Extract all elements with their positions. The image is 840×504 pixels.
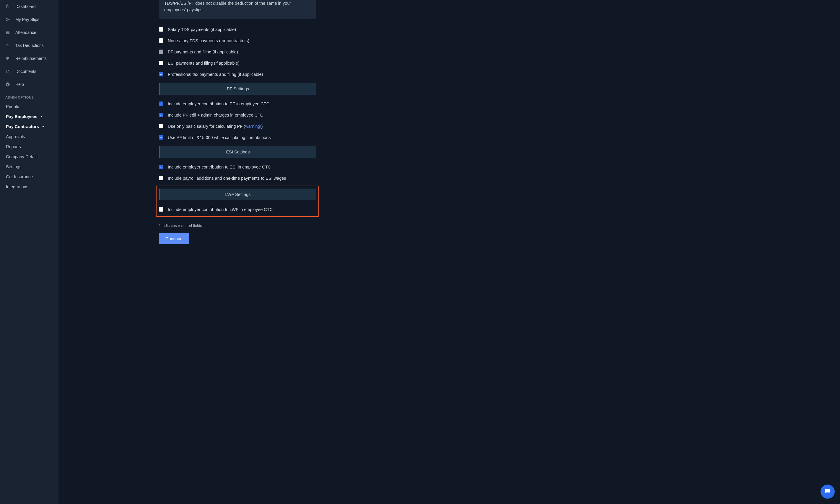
checkbox-pf-edli: Include PF edli + admin charges in emplo… [159,109,316,121]
tag-icon [5,56,10,61]
sidebar-item-label: Dashboard [15,4,36,9]
main-content: TDS/PF/ESI/PT does not disable the deduc… [58,0,420,252]
checkbox-input[interactable] [159,124,163,128]
sidebar-item-dashboard[interactable]: Dashboard [0,0,58,13]
checkbox-label: Salary TDS payments (if applicable) [168,27,316,32]
checkbox-input[interactable] [159,50,163,54]
sidebar-admin-label: Company Details [6,154,38,159]
checkbox-label: Include employer contribution to LWF in … [168,207,316,212]
notice-text: TDS/PF/ESI/PT does not disable the deduc… [164,1,291,12]
document-icon [5,69,10,74]
esi-settings-header: ESI Settings [159,146,316,158]
sidebar: Dashboard My Pay Slips Attendance Tax De… [0,0,58,252]
checkbox-pt-payments: Professional tax payments and filing (if… [159,69,316,80]
checkbox-label: PF payments and filing (if applicable) [168,50,316,54]
checkbox-input[interactable] [159,176,163,180]
sidebar-item-label: Help [15,82,24,87]
checkbox-input[interactable] [159,135,163,140]
sidebar-item-label: Attendance [15,30,36,35]
checkbox-label: Use only basic salary for calculating PF… [168,124,316,129]
sidebar-admin-label: Pay Employees [6,114,37,119]
sidebar-admin-approvals[interactable]: Approvals [0,132,58,142]
chevron-down-icon [39,115,43,118]
checkbox-pf-limit: Use PF limit of ₹15,000 while calculatin… [159,132,316,143]
sidebar-admin-label: Settings [6,164,21,169]
checkbox-nonsalary-tds: Non-salary TDS payments (for contractors… [159,35,316,46]
sidebar-item-label: Documents [15,69,36,74]
checkbox-esi-payments: ESI payments and filing (if applicable) [159,57,316,69]
sidebar-item-payslips[interactable]: My Pay Slips [0,13,58,26]
checkbox-input[interactable] [159,27,163,32]
checkbox-label: Professional tax payments and filing (if… [168,72,316,77]
checkbox-input[interactable] [159,102,163,106]
continue-button[interactable]: Continue [159,233,189,244]
sidebar-admin-label: Approvals [6,134,25,139]
clipboard-icon [5,4,10,9]
sidebar-admin-integrations[interactable]: Integrations [0,182,58,192]
checkbox-salary-tds: Salary TDS payments (if applicable) [159,24,316,35]
sidebar-admin-pay-contractors[interactable]: Pay Contractors [0,122,58,132]
checkbox-input[interactable] [159,113,163,117]
sidebar-admin-label: Integrations [6,184,28,189]
notice-box: TDS/PF/ESI/PT does not disable the deduc… [159,0,316,19]
plus-minus-icon [5,43,10,48]
sidebar-item-documents[interactable]: Documents [0,65,58,78]
checkbox-lwf-employer-ctc: Include employer contribution to LWF in … [159,204,316,215]
lwf-settings-header: LWF Settings [159,188,316,200]
sidebar-item-label: My Pay Slips [15,17,39,22]
check-box-icon [5,30,10,35]
checkbox-pf-employer-ctc: Include employer contribution to PF in e… [159,98,316,109]
lwf-highlight-box: LWF Settings Include employer contributi… [156,186,319,217]
checkbox-esi-additions: Include payroll additions and one-time p… [159,173,316,184]
checkbox-label: Include employer contribution to ESI in … [168,165,316,169]
sidebar-admin-reports[interactable]: Reports [0,142,58,152]
sidebar-admin-get-insurance[interactable]: Get Insurance [0,172,58,182]
checkbox-input[interactable] [159,61,163,65]
warning-link[interactable]: warning! [245,124,261,129]
checkbox-pf-payments: PF payments and filing (if applicable) [159,46,316,57]
chevron-down-icon [41,125,45,128]
sidebar-admin-company-details[interactable]: Company Details [0,152,58,162]
checkbox-input[interactable] [159,38,163,43]
sidebar-admin-label: Get Insurance [6,174,33,179]
checkbox-esi-employer-ctc: Include employer contribution to ESI in … [159,161,316,173]
checkbox-label: Include PF edli + admin charges in emplo… [168,113,316,118]
sidebar-admin-label: Reports [6,144,21,149]
sidebar-item-label: Tax Deductions [15,43,44,48]
sidebar-admin-label: Pay Contractors [6,124,39,129]
question-icon [5,82,10,87]
sidebar-item-reimbursements[interactable]: Reimbursements [0,52,58,65]
sidebar-item-attendance[interactable]: Attendance [0,26,58,39]
required-fields-note: * Indicates required fields [159,223,316,228]
sidebar-admin-pay-employees[interactable]: Pay Employees [0,111,58,122]
checkbox-input[interactable] [159,207,163,212]
checkbox-label: Use PF limit of ₹15,000 while calculatin… [168,135,316,140]
checkbox-input[interactable] [159,72,163,76]
checkbox-label: Include payroll additions and one-time p… [168,176,316,181]
sidebar-item-label: Reimbursements [15,56,47,61]
send-icon [5,17,10,22]
checkbox-label: Include employer contribution to PF in e… [168,102,316,106]
checkbox-label: Non-salary TDS payments (for contractors… [168,38,316,43]
sidebar-item-help[interactable]: Help [0,78,58,91]
admin-options-header: ADMIN OPTIONS [0,91,58,102]
sidebar-admin-label: People [6,104,19,109]
checkbox-label: ESI payments and filing (if applicable) [168,61,316,66]
checkbox-input[interactable] [159,165,163,169]
checkbox-pf-basic-only: Use only basic salary for calculating PF… [159,121,316,132]
sidebar-admin-people[interactable]: People [0,102,58,111]
sidebar-admin-settings[interactable]: Settings [0,162,58,172]
sidebar-item-tax-deductions[interactable]: Tax Deductions [0,39,58,52]
pf-settings-header: PF Settings [159,83,316,95]
